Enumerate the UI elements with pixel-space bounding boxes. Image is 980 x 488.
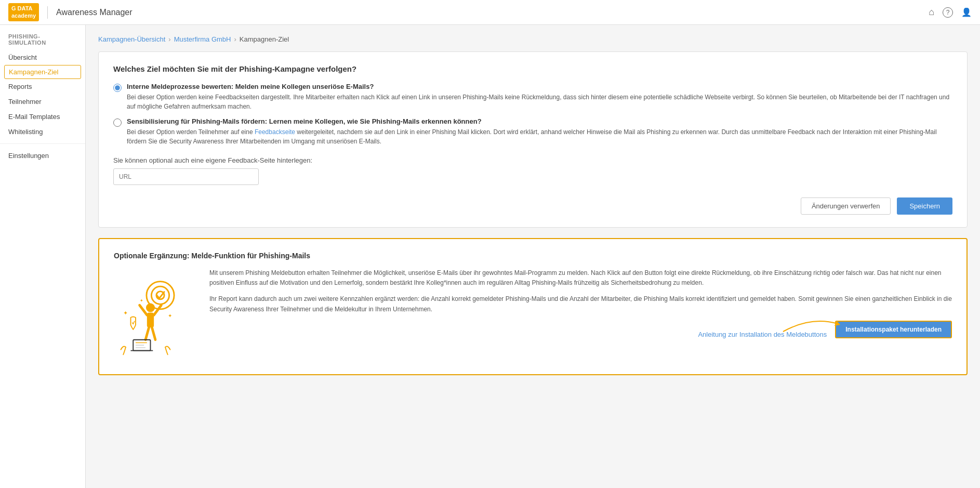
radio-input-1[interactable] bbox=[113, 84, 122, 92]
illustration: ✦ ✦ ✦ bbox=[114, 268, 197, 362]
svg-line-5 bbox=[140, 305, 147, 315]
svg-text:✦: ✦ bbox=[140, 298, 143, 303]
url-input[interactable] bbox=[113, 168, 259, 185]
discard-button[interactable]: Änderungen verwerfen bbox=[801, 197, 891, 215]
radio-label-2[interactable]: Sensibilisierung für Phishing-Mails förd… bbox=[127, 117, 482, 125]
card-title: Welches Ziel möchten Sie mit der Phishin… bbox=[113, 64, 952, 73]
sidebar-divider bbox=[0, 143, 85, 144]
feedbackseite-link[interactable]: Feedbackseite bbox=[255, 128, 295, 136]
svg-text:✦: ✦ bbox=[168, 313, 172, 319]
breadcrumb-sep-2: › bbox=[234, 35, 236, 43]
help-icon[interactable]: ? bbox=[943, 7, 953, 18]
radio-label-1[interactable]: Interne Meldeprozesse bewerten: Melden m… bbox=[127, 83, 374, 90]
svg-point-3 bbox=[146, 303, 155, 312]
sidebar-item-whitelisting[interactable]: Whitelisting bbox=[0, 124, 85, 139]
phishing-illustration: ✦ ✦ ✦ bbox=[114, 268, 197, 367]
svg-line-7 bbox=[145, 327, 149, 340]
header-icons: ⌂ ? 👤 bbox=[929, 7, 972, 18]
main-content: Kampagnen-Übersicht › Musterfirma GmbH ›… bbox=[86, 25, 980, 488]
optional-card-para-1: Mit unserem Phishing Meldebutton erhalte… bbox=[209, 268, 952, 288]
svg-line-6 bbox=[154, 305, 161, 315]
radio-input-2[interactable] bbox=[113, 118, 122, 127]
header: G DATA academy Awareness Manager ⌂ ? 👤 bbox=[0, 0, 980, 25]
logo: G DATA academy bbox=[8, 3, 39, 21]
optional-card-body: ✦ ✦ ✦ Mit unserem Phishing Meldebutton e… bbox=[114, 268, 952, 362]
breadcrumb-sep-1: › bbox=[168, 35, 170, 43]
home-icon[interactable]: ⌂ bbox=[929, 7, 934, 18]
optional-card: Optionale Ergänzung: Melde-Funktion für … bbox=[98, 238, 968, 375]
radio-desc-2-before: Bei dieser Option werden Teilnehmer auf … bbox=[127, 128, 255, 136]
sidebar-item-ubersicht[interactable]: Übersicht bbox=[0, 50, 85, 65]
sidebar: Phishing-Simulation Übersicht Kampagnen-… bbox=[0, 25, 86, 488]
header-divider bbox=[47, 6, 48, 19]
layout: Phishing-Simulation Übersicht Kampagnen-… bbox=[0, 25, 980, 488]
radio-desc-1: Bei dieser Option werden keine Feedbacks… bbox=[127, 93, 952, 111]
sidebar-section-label: Phishing-Simulation bbox=[0, 33, 85, 50]
sidebar-item-email-templates[interactable]: E-Mail Templates bbox=[0, 109, 85, 124]
main-card: Welches Ziel möchten Sie mit der Phishin… bbox=[98, 51, 968, 228]
breadcrumb-current: Kampagnen-Ziel bbox=[240, 35, 289, 43]
radio-option-2: Sensibilisierung für Phishing-Mails förd… bbox=[113, 117, 952, 146]
optional-label: Sie können optional auch eine eigene Fee… bbox=[113, 156, 952, 164]
svg-line-8 bbox=[152, 327, 155, 340]
download-button[interactable]: Installationspaket herunterladen bbox=[835, 321, 952, 338]
radio-option-1-content: Interne Meldeprozesse bewerten: Melden m… bbox=[127, 83, 952, 111]
arrow-illustration bbox=[780, 313, 843, 334]
optional-card-title: Optionale Ergänzung: Melde-Funktion für … bbox=[114, 252, 952, 260]
svg-text:✦: ✦ bbox=[123, 310, 128, 316]
breadcrumb-link-1[interactable]: Kampagnen-Übersicht bbox=[98, 35, 165, 43]
card-actions: Änderungen verwerfen Speichern bbox=[113, 197, 952, 215]
radio-desc-2: Bei dieser Option werden Teilnehmer auf … bbox=[127, 127, 952, 146]
svg-point-1 bbox=[151, 286, 169, 304]
optional-card-para-2: Ihr Report kann dadurch auch um zwei wei… bbox=[209, 294, 952, 314]
breadcrumb-link-2[interactable]: Musterfirma GmbH bbox=[174, 35, 231, 43]
sidebar-item-kampagnen-ziel[interactable]: Kampagnen-Ziel bbox=[4, 65, 81, 79]
radio-option-1: Interne Meldeprozesse bewerten: Melden m… bbox=[113, 83, 952, 111]
user-icon[interactable]: 👤 bbox=[961, 7, 972, 17]
logo-badge: G DATA academy bbox=[8, 3, 39, 21]
optional-card-text-content: Mit unserem Phishing Meldebutton erhalte… bbox=[209, 268, 952, 338]
sidebar-item-reports[interactable]: Reports bbox=[0, 79, 85, 94]
radio-option-2-content: Sensibilisierung für Phishing-Mails förd… bbox=[127, 117, 952, 146]
sidebar-item-teilnehmer[interactable]: Teilnehmer bbox=[0, 94, 85, 109]
save-button[interactable]: Speichern bbox=[897, 197, 952, 215]
sidebar-item-einstellungen[interactable]: Einstellungen bbox=[0, 148, 85, 163]
breadcrumb: Kampagnen-Übersicht › Musterfirma GmbH ›… bbox=[98, 35, 968, 43]
app-title: Awareness Manager bbox=[56, 8, 132, 17]
